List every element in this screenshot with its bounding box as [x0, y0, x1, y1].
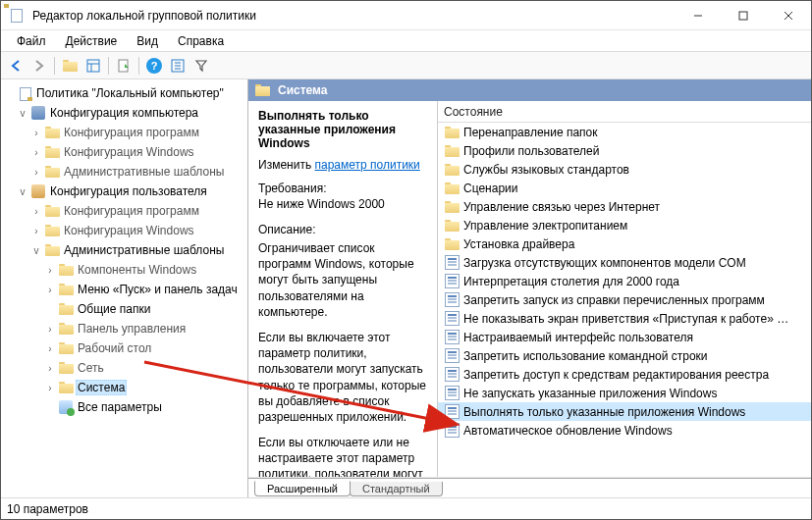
policy-icon — [444, 255, 460, 271]
list-item-label: Загрузка отсутствующих компонентов модел… — [463, 256, 746, 270]
view-tabs: Расширенный Стандартный — [248, 477, 811, 497]
forward-button[interactable] — [28, 55, 50, 77]
list-item-label: Интерпретация столетия для 2000 года — [463, 275, 679, 288]
edit-policy-link[interactable]: параметр политики — [314, 158, 419, 172]
policy-icon — [444, 423, 460, 439]
tree-startmenu[interactable]: ›Меню «Пуск» и панель задач — [3, 280, 245, 299]
settings-list[interactable]: Состояние Перенаправление папокПрофили п… — [438, 101, 811, 477]
status-bar: 10 параметров — [1, 497, 811, 519]
policy-icon — [444, 311, 460, 327]
tree-sharedfolders[interactable]: Общие папки — [3, 299, 245, 319]
list-item-label: Профили пользователей — [463, 144, 599, 158]
tree-software-u[interactable]: ›Конфигурация программ — [3, 201, 245, 221]
list-folder-item[interactable]: Сценарии — [438, 179, 811, 197]
setting-title: Выполнять только указанные приложения Wi… — [258, 109, 427, 150]
folder-icon — [444, 236, 460, 252]
requirements-value: Не ниже Windows 2000 — [258, 197, 427, 211]
up-folder-button[interactable] — [59, 55, 81, 77]
tree-desktop[interactable]: ›Рабочий стол — [3, 338, 245, 358]
list-setting-item[interactable]: Запретить запуск из справки перечисленны… — [438, 290, 811, 309]
list-setting-item[interactable]: Автоматическое обновление Windows — [438, 421, 811, 440]
menu-help[interactable]: Справка — [168, 30, 234, 51]
menu-action[interactable]: Действие — [56, 30, 128, 51]
description-label: Описание: — [258, 223, 427, 236]
minimize-button[interactable] — [676, 1, 721, 30]
list-setting-item[interactable]: Не показывать экран приветствия «Приступ… — [438, 309, 811, 328]
list-setting-item[interactable]: Выполнять только указанные приложения Wi… — [438, 402, 811, 421]
pane-header: Система — [248, 79, 811, 101]
folder-icon — [444, 199, 460, 215]
list-folder-item[interactable]: Управление электропитанием — [438, 216, 811, 234]
list-setting-item[interactable]: Настраиваемый интерфейс пользователя — [438, 328, 811, 346]
filter-options-button[interactable] — [167, 55, 189, 77]
help-button[interactable]: ? — [143, 55, 165, 77]
tree-computer-config[interactable]: vКонфигурация компьютера — [3, 103, 245, 123]
folder-icon — [444, 181, 460, 196]
policy-icon — [444, 292, 460, 308]
list-item-label: Запретить доступ к средствам редактирова… — [463, 368, 769, 382]
list-folder-item[interactable]: Установка драйвера — [438, 234, 811, 253]
show-hide-tree-button[interactable] — [82, 55, 104, 77]
list-column-state[interactable]: Состояние — [438, 101, 811, 123]
tree-user-config[interactable]: vКонфигурация пользователя — [3, 182, 245, 201]
list-item-label: Управление связью через Интернет — [463, 200, 660, 214]
policy-icon — [444, 274, 460, 289]
maximize-button[interactable] — [721, 1, 766, 30]
menu-file[interactable]: Файл — [7, 30, 56, 51]
policy-icon — [444, 330, 460, 345]
tree-root[interactable]: Политика "Локальный компьютер" — [3, 83, 245, 103]
tab-standard[interactable]: Стандартный — [350, 482, 443, 496]
status-text: 10 параметров — [7, 502, 88, 516]
svg-rect-4 — [87, 60, 99, 72]
filter-button[interactable] — [190, 55, 212, 77]
list-folder-item[interactable]: Управление связью через Интернет — [438, 197, 811, 216]
menu-view[interactable]: Вид — [127, 30, 168, 51]
folder-icon — [444, 218, 460, 234]
help-icon: ? — [146, 58, 162, 74]
list-item-label: Установка драйвера — [463, 237, 574, 251]
list-setting-item[interactable]: Загрузка отсутствующих компонентов модел… — [438, 253, 811, 272]
requirements-label: Требования: — [258, 182, 427, 195]
list-setting-item[interactable]: Не запускать указанные приложения Window… — [438, 384, 811, 402]
policy-icon — [444, 404, 460, 420]
tree-controlpanel[interactable]: ›Панель управления — [3, 319, 245, 338]
list-item-label: Выполнять только указанные приложения Wi… — [463, 405, 745, 419]
back-button[interactable] — [5, 55, 27, 77]
list-folder-item[interactable]: Службы языковых стандартов — [438, 160, 811, 179]
list-item-label: Не показывать экран приветствия «Приступ… — [463, 312, 788, 326]
list-folder-item[interactable]: Перенаправление папок — [438, 123, 811, 141]
tree-components[interactable]: ›Компоненты Windows — [3, 260, 245, 280]
window-title: Редактор локальной групповой политики — [32, 9, 676, 23]
list-item-label: Запретить запуск из справки перечисленны… — [463, 293, 765, 307]
tree-admin-u[interactable]: vАдминистративные шаблоны — [3, 240, 245, 260]
list-setting-item[interactable]: Запретить доступ к средствам редактирова… — [438, 365, 811, 384]
tree-software-c[interactable]: ›Конфигурация программ — [3, 123, 245, 142]
tree-admin-c[interactable]: ›Административные шаблоны — [3, 162, 245, 182]
list-item-label: Управление электропитанием — [463, 219, 627, 233]
menu-bar: Файл Действие Вид Справка — [1, 30, 811, 52]
list-setting-item[interactable]: Запретить использование командной строки — [438, 346, 811, 365]
edit-label: Изменить — [258, 158, 311, 172]
toolbar: ? — [1, 52, 811, 79]
tab-extended[interactable]: Расширенный — [254, 481, 351, 496]
tree-system[interactable]: ›Система — [3, 378, 245, 397]
tree-pane: Политика "Локальный компьютер" vКонфигур… — [1, 79, 248, 497]
tree-windows-u[interactable]: ›Конфигурация Windows — [3, 221, 245, 240]
list-item-label: Запретить использование командной строки — [463, 349, 708, 363]
folder-icon — [444, 162, 460, 178]
list-item-label: Сценарии — [463, 182, 517, 195]
close-button[interactable] — [766, 1, 811, 30]
folder-icon — [444, 143, 460, 159]
export-list-button[interactable] — [113, 55, 135, 77]
tree-network[interactable]: ›Сеть — [3, 358, 245, 378]
list-item-label: Службы языковых стандартов — [463, 163, 629, 177]
list-setting-item[interactable]: Интерпретация столетия для 2000 года — [438, 272, 811, 290]
svg-rect-1 — [739, 12, 747, 20]
policy-icon — [444, 386, 460, 401]
tree-allsettings[interactable]: Все параметры — [3, 397, 245, 417]
list-folder-item[interactable]: Профили пользователей — [438, 141, 811, 160]
tree-windows-c[interactable]: ›Конфигурация Windows — [3, 142, 245, 162]
description-panel: Выполнять только указанные приложения Wi… — [248, 101, 438, 477]
list-item-label: Перенаправление папок — [463, 126, 598, 139]
policy-icon — [444, 348, 460, 364]
